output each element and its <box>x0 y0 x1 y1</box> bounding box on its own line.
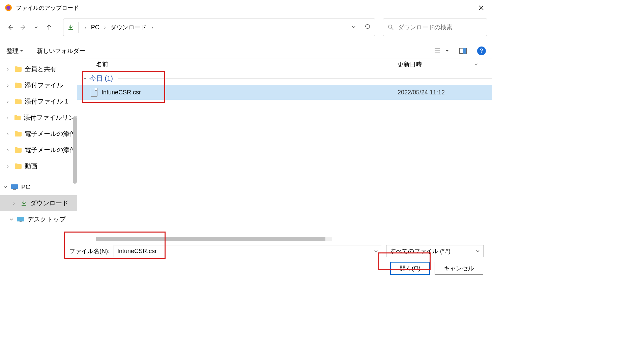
sidebar-item-label: 電子メールの添付 <box>25 146 76 154</box>
column-date[interactable]: 更新日時 <box>398 60 492 68</box>
new-folder-label: 新しいフォルダー <box>37 47 85 55</box>
svg-point-1 <box>6 6 10 10</box>
filetype-select[interactable]: すべてのファイル (*.*) <box>386 245 484 257</box>
chevron-right-icon: › <box>85 25 86 30</box>
chevron-right-icon: › <box>7 147 12 153</box>
titlebar: ファイルのアップロード <box>0 0 492 15</box>
search-input[interactable] <box>398 24 482 31</box>
sidebar-item[interactable]: › 全員と共有 <box>0 61 77 77</box>
chevron-down-icon <box>475 249 480 253</box>
chevron-down-icon <box>3 185 8 189</box>
file-list: 名前 更新日時 今日 (1) IntuneCSR.csr 2022/05/24 … <box>77 59 492 231</box>
main-content: › 全員と共有 › 添付ファイル › 添付ファイル 1 › 添付ファイルリンク … <box>0 59 492 231</box>
chevron-right-icon: › <box>104 25 106 30</box>
filename-value: IntuneCSR.csr <box>117 248 157 255</box>
file-icon <box>91 88 97 97</box>
sidebar-item-downloads[interactable]: › ダウンロード <box>0 195 77 211</box>
organize-label: 整理 <box>6 47 19 55</box>
chevron-right-icon: › <box>13 201 18 206</box>
sidebar-item[interactable]: › 添付ファイル <box>0 77 77 93</box>
refresh-button[interactable] <box>364 23 371 32</box>
close-button[interactable] <box>474 2 488 13</box>
sidebar-item-pc[interactable]: PC <box>0 179 77 195</box>
file-upload-dialog: ファイルのアップロード › PC › ダウンロード › 整理 <box>0 0 492 281</box>
folder-icon <box>14 82 22 88</box>
arrow-up-icon <box>46 24 52 31</box>
breadcrumb-pc[interactable]: PC <box>91 24 99 31</box>
arrow-right-icon <box>20 24 27 31</box>
column-date-label: 更新日時 <box>398 60 422 68</box>
breadcrumb-bar[interactable]: › PC › ダウンロード › <box>63 19 375 36</box>
search-box[interactable] <box>383 19 487 36</box>
sidebar-item-label: 添付ファイル <box>25 81 63 90</box>
column-name[interactable]: 名前 <box>77 60 398 68</box>
file-date: 2022/05/24 11:12 <box>398 89 492 96</box>
breadcrumb-separator <box>78 22 79 33</box>
sidebar-item-desktop[interactable]: デスクトップ <box>0 211 77 228</box>
sidebar-scrollbar[interactable] <box>73 116 77 184</box>
organize-menu[interactable]: 整理 <box>6 47 23 55</box>
svg-rect-4 <box>463 48 466 54</box>
bottom-panel: ファイル名(N): IntuneCSR.csr すべてのファイル (*.*) 開… <box>0 231 492 281</box>
sidebar-item[interactable]: › 電子メールの添付 <box>0 142 77 158</box>
folder-icon <box>14 131 22 137</box>
sidebar-item-label: デスクトップ <box>27 215 66 224</box>
svg-rect-5 <box>11 184 18 189</box>
folder-icon <box>14 147 22 153</box>
svg-point-2 <box>388 25 392 28</box>
folder-icon <box>14 98 22 104</box>
sidebar: › 全員と共有 › 添付ファイル › 添付ファイル 1 › 添付ファイルリンク … <box>0 59 77 231</box>
sidebar-item-label: ダウンロード <box>30 199 68 208</box>
sidebar-item[interactable]: › 添付ファイルリンク <box>0 110 77 126</box>
chevron-right-icon: › <box>7 83 12 88</box>
view-mode-button[interactable] <box>433 46 442 56</box>
new-folder-button[interactable]: 新しいフォルダー <box>37 47 85 55</box>
sidebar-item[interactable]: › 動画 <box>0 158 77 174</box>
filename-label: ファイル名(N): <box>8 247 110 255</box>
chevron-down-icon <box>351 25 356 29</box>
breadcrumb-downloads[interactable]: ダウンロード <box>110 23 147 31</box>
file-group-header[interactable]: 今日 (1) <box>77 72 492 85</box>
chevron-down-icon <box>83 76 87 81</box>
chevron-right-icon: › <box>7 115 11 120</box>
sidebar-item-label: PC <box>21 183 30 191</box>
horizontal-scrollbar[interactable] <box>96 237 332 241</box>
desktop-icon <box>17 216 25 222</box>
forward-button[interactable] <box>18 22 29 33</box>
chevron-down-icon <box>474 62 478 67</box>
chevron-down-icon <box>20 49 23 53</box>
filetype-value: すべてのファイル (*.*) <box>390 247 450 255</box>
sidebar-item-label: 電子メールの添付 <box>25 129 76 138</box>
open-button[interactable]: 開く(O) <box>390 262 430 275</box>
file-group-label: 今日 (1) <box>89 74 113 83</box>
refresh-icon <box>364 23 371 30</box>
svg-rect-7 <box>12 190 17 190</box>
scrollbar-thumb[interactable] <box>96 237 325 241</box>
folder-icon <box>14 115 21 121</box>
chevron-right-icon: › <box>7 66 12 72</box>
svg-rect-6 <box>13 189 16 190</box>
up-button[interactable] <box>43 22 54 33</box>
file-name: IntuneCSR.csr <box>101 89 141 96</box>
preview-icon <box>459 48 467 54</box>
chevron-down-icon[interactable] <box>445 49 449 53</box>
breadcrumb-dropdown[interactable] <box>351 24 356 31</box>
svg-rect-9 <box>20 221 22 222</box>
group-divider <box>118 78 492 79</box>
recent-dropdown[interactable] <box>31 22 41 33</box>
list-icon <box>434 48 441 54</box>
sidebar-item[interactable]: › 電子メールの添付 <box>0 126 77 142</box>
close-icon <box>478 5 484 10</box>
preview-pane-button[interactable] <box>458 46 468 56</box>
filename-input[interactable]: IntuneCSR.csr <box>114 245 382 257</box>
svg-rect-8 <box>17 217 24 221</box>
chevron-down-icon <box>9 217 14 222</box>
folder-icon <box>14 66 22 72</box>
help-button[interactable]: ? <box>477 47 486 55</box>
download-icon <box>67 24 74 31</box>
chevron-right-icon: › <box>7 163 12 169</box>
sidebar-item[interactable]: › 添付ファイル 1 <box>0 93 77 110</box>
file-row[interactable]: IntuneCSR.csr 2022/05/24 11:12 <box>77 85 492 100</box>
cancel-button[interactable]: キャンセル <box>435 262 483 275</box>
back-button[interactable] <box>5 22 16 33</box>
